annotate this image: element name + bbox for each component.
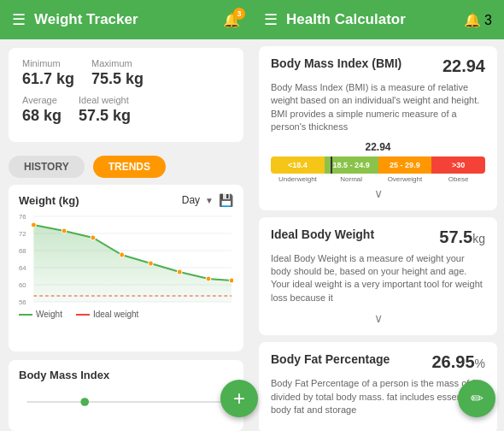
bmi-pointer-line bbox=[331, 156, 332, 174]
right-bell-wrapper: 🔔 3 bbox=[464, 12, 492, 28]
legend-weight-label: Weight bbox=[36, 310, 62, 319]
bmi-card-desc: Body Mass Index (BMI) is a measure of re… bbox=[271, 81, 485, 134]
ideal-card-header: Ideal Body Weight 57.5kg bbox=[271, 227, 485, 247]
ideal-weight-label: Ideal weight bbox=[79, 95, 131, 105]
fat-card-title: Body Fat Percentage bbox=[271, 352, 390, 366]
right-notification-badge: 3 bbox=[484, 13, 492, 27]
bmi-card-title: Body Mass Index (BMI) bbox=[271, 56, 401, 70]
svg-text:60: 60 bbox=[19, 281, 26, 289]
bmi-card-header: Body Mass Index (BMI) 22.94 bbox=[271, 56, 485, 76]
left-header: ☰ Weight Tracker 🔔 3 bbox=[0, 0, 252, 39]
svg-point-18 bbox=[149, 261, 154, 266]
bmi-mini-chart bbox=[19, 385, 233, 419]
maximum-stat: Maximum 75.5 kg bbox=[91, 58, 144, 88]
chart-legend: Weight Ideal weight bbox=[19, 310, 233, 319]
svg-point-15 bbox=[62, 228, 67, 233]
left-app-title: Weight Tracker bbox=[34, 11, 214, 28]
bmi-indicator-row: 22.94 bbox=[271, 141, 485, 153]
bmi-seg-underweight: <18.4 bbox=[271, 156, 325, 174]
svg-text:76: 76 bbox=[19, 213, 26, 221]
legend-weight-line bbox=[19, 314, 32, 316]
history-tab[interactable]: HISTORY bbox=[9, 156, 85, 178]
chart-period[interactable]: Day bbox=[182, 194, 200, 206]
ideal-value-unit: kg bbox=[472, 232, 485, 245]
svg-point-14 bbox=[31, 222, 36, 227]
fab-edit-button[interactable]: ✏ bbox=[458, 380, 495, 417]
bmi-card-value: 22.94 bbox=[442, 56, 485, 76]
ideal-card-title: Ideal Body Weight bbox=[271, 227, 374, 241]
left-bell-wrapper: 🔔 3 bbox=[223, 12, 240, 28]
svg-point-17 bbox=[120, 252, 125, 257]
legend-ideal-line bbox=[76, 314, 90, 316]
bmi-expand-button[interactable]: ∨ bbox=[271, 186, 485, 200]
stats-card: Minimum 61.7 kg Maximum 75.5 kg Average … bbox=[9, 48, 243, 142]
ideal-weight-health-card: Ideal Body Weight 57.5kg Ideal Body Weig… bbox=[259, 217, 497, 336]
chart-save-icon[interactable]: 💾 bbox=[219, 193, 233, 207]
bmi-segment-labels: Underweight Normal Overweight Obese bbox=[271, 175, 485, 183]
bmi-label-underweight: Underweight bbox=[271, 175, 325, 183]
left-notification-badge: 3 bbox=[233, 8, 245, 20]
svg-marker-13 bbox=[33, 225, 231, 302]
trends-tab[interactable]: TRENDS bbox=[93, 156, 166, 178]
bmi-section-title: Body Mass Index bbox=[19, 369, 233, 381]
legend-ideal-label: Ideal weight bbox=[93, 310, 138, 319]
svg-text:56: 56 bbox=[19, 298, 26, 306]
bmi-seg-overweight: 25 - 29.9 bbox=[378, 156, 432, 174]
chart-period-arrow[interactable]: ▼ bbox=[205, 196, 214, 205]
legend-weight: Weight bbox=[19, 310, 62, 319]
fab-icon: + bbox=[233, 387, 245, 410]
average-value: 68 kg bbox=[22, 107, 62, 125]
svg-point-28 bbox=[80, 398, 89, 406]
right-app-title: Health Calculator bbox=[286, 11, 455, 28]
fab-edit-icon: ✏ bbox=[471, 389, 483, 408]
ideal-card-desc: Ideal Body Weight is a measure of weight… bbox=[271, 252, 485, 305]
fat-card-desc: Body Fat Percentage of a person is the m… bbox=[271, 377, 485, 416]
right-menu-icon[interactable]: ☰ bbox=[264, 10, 278, 29]
left-menu-icon[interactable]: ☰ bbox=[12, 10, 26, 29]
svg-point-21 bbox=[229, 278, 233, 283]
bmi-label-overweight: Overweight bbox=[378, 175, 432, 183]
health-cards-list: Body Mass Index (BMI) 22.94 Body Mass In… bbox=[252, 39, 504, 431]
right-bell-icon[interactable]: 🔔 bbox=[464, 13, 481, 27]
minimum-label: Minimum bbox=[22, 58, 74, 68]
left-panel: ☰ Weight Tracker 🔔 3 Minimum 61.7 kg Max… bbox=[0, 0, 252, 431]
bmi-pointer-wrap: <18.4 18.5 - 24.9 25 - 29.9 >30 bbox=[271, 156, 485, 174]
minimum-stat: Minimum 61.7 kg bbox=[22, 58, 74, 88]
chart-title: Weight (kg) bbox=[19, 194, 79, 207]
ideal-card-value: 57.5kg bbox=[439, 227, 485, 247]
bmi-health-card: Body Mass Index (BMI) 22.94 Body Mass In… bbox=[259, 46, 497, 210]
bmi-seg-obese: >30 bbox=[431, 156, 485, 174]
fat-value-unit: % bbox=[475, 357, 485, 370]
chart-header: Weight (kg) Day ▼ 💾 bbox=[19, 193, 233, 207]
ideal-weight-stat: Ideal weight 57.5 kg bbox=[79, 95, 131, 125]
svg-point-19 bbox=[177, 269, 182, 275]
average-label: Average bbox=[22, 95, 62, 105]
app-container: ☰ Weight Tracker 🔔 3 Minimum 61.7 kg Max… bbox=[0, 0, 504, 431]
ideal-expand-button[interactable]: ∨ bbox=[271, 311, 485, 325]
svg-text:68: 68 bbox=[19, 247, 26, 255]
bmi-section-card: Body Mass Index bbox=[9, 360, 243, 431]
legend-ideal: Ideal weight bbox=[76, 310, 138, 319]
stats-bottom-row: Average 68 kg Ideal weight 57.5 kg bbox=[22, 95, 230, 125]
chart-svg: 76 72 68 64 60 56 bbox=[19, 212, 233, 306]
bmi-label-normal: Normal bbox=[325, 175, 378, 183]
stats-top-row: Minimum 61.7 kg Maximum 75.5 kg bbox=[22, 58, 230, 88]
average-stat: Average 68 kg bbox=[22, 95, 62, 125]
ideal-weight-value: 57.5 kg bbox=[79, 107, 131, 125]
maximum-label: Maximum bbox=[91, 58, 144, 68]
fat-card-value: 26.95% bbox=[431, 352, 485, 372]
right-header: ☰ Health Calculator 🔔 3 bbox=[252, 0, 504, 39]
bmi-pointer-value: 22.94 bbox=[365, 141, 390, 153]
bmi-bar-container: 22.94 <18.4 18.5 - 24.9 25 - 29.9 >30 Un… bbox=[271, 141, 485, 183]
chart-card: Weight (kg) Day ▼ 💾 76 72 68 64 60 56 bbox=[9, 185, 243, 351]
right-panel: ☰ Health Calculator 🔔 3 Body Mass Index … bbox=[252, 0, 504, 431]
svg-text:64: 64 bbox=[19, 264, 26, 272]
minimum-value: 61.7 kg bbox=[22, 70, 74, 88]
bmi-label-obese: Obese bbox=[431, 175, 485, 183]
fat-card-header: Body Fat Percentage 26.95% bbox=[271, 352, 485, 372]
svg-text:72: 72 bbox=[19, 230, 26, 238]
fab-add-button[interactable]: + bbox=[220, 380, 252, 417]
svg-point-20 bbox=[206, 276, 211, 281]
chart-controls: Day ▼ 💾 bbox=[182, 193, 233, 207]
tab-row: HISTORY TRENDS bbox=[0, 151, 252, 185]
